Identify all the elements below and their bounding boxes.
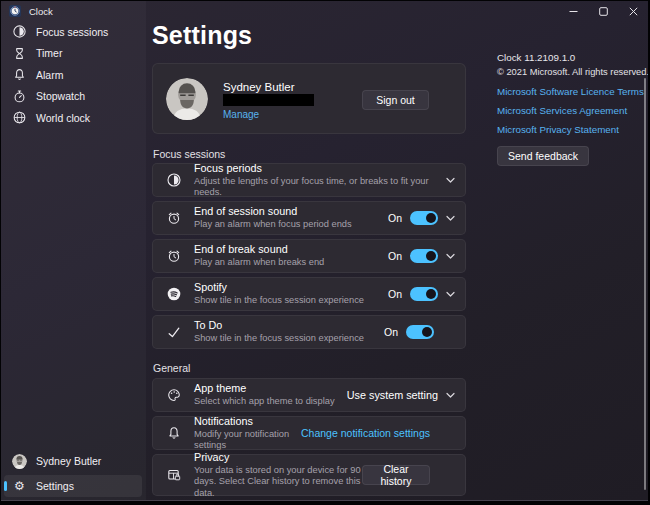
clear-history-button[interactable]: Clear history — [362, 465, 430, 485]
services-agreement-link[interactable]: Microsoft Services Agreement — [497, 105, 647, 117]
sidebar-item-label: Timer — [36, 47, 62, 59]
section-header-general: General — [153, 362, 190, 374]
app-theme-select-value[interactable]: Use system setting — [347, 389, 438, 401]
licence-terms-link[interactable]: Microsoft Software Licence Terms — [497, 86, 647, 98]
change-notification-settings-link[interactable]: Change notification settings — [301, 427, 430, 439]
end-of-break-sound-toggle[interactable] — [410, 249, 438, 263]
page-title: Settings — [152, 21, 252, 50]
sidebar-item-label: Stopwatch — [36, 90, 85, 102]
toggle-knob — [426, 251, 436, 261]
focus-sessions-icon — [12, 24, 27, 39]
sidebar-item-label: Focus sessions — [36, 26, 108, 38]
maximize-button[interactable] — [588, 1, 618, 21]
chevron-down-icon[interactable] — [446, 392, 455, 399]
card-subtitle: Adjust the lengths of your focus time, o… — [194, 176, 446, 199]
window-body: Clock Focus sessions — [1, 1, 648, 501]
card-title: Notifications — [194, 415, 301, 428]
section-header-focus-sessions: Focus sessions — [153, 148, 225, 160]
gear-icon: ⚙ — [12, 479, 27, 494]
account-email-redacted — [223, 94, 314, 106]
chevron-down-icon[interactable] — [446, 177, 455, 184]
card-subtitle: Your data is stored on your device for 9… — [194, 465, 362, 500]
toggle-knob — [426, 213, 436, 223]
sidebar-item-label: Alarm — [36, 69, 63, 81]
card-title: End of session sound — [194, 205, 388, 218]
bell-icon — [166, 425, 182, 441]
sidebar-nav: Focus sessions Timer Alarm Stopwatch — [1, 21, 146, 129]
sidebar-item-label: World clock — [36, 112, 90, 124]
chevron-down-icon[interactable] — [446, 253, 455, 260]
todo-check-icon — [166, 324, 182, 340]
alarm-clock-icon — [166, 210, 182, 226]
card-subtitle: Select which app theme to display — [194, 396, 347, 408]
card-title: To Do — [194, 319, 384, 332]
timer-icon — [12, 46, 27, 61]
sidebar-footer: Sydney Butler ⚙ Settings — [4, 450, 142, 497]
end-of-break-sound-card[interactable]: End of break sound Play an alarm when br… — [152, 239, 466, 273]
card-subtitle: Show tile in the focus session experienc… — [194, 333, 384, 345]
alarm-bell-icon — [12, 67, 27, 82]
toggle-knob — [422, 327, 432, 337]
sidebar-item-account[interactable]: Sydney Butler — [4, 450, 142, 472]
avatar — [166, 78, 208, 120]
sidebar-item-label: Settings — [36, 480, 74, 492]
sign-out-button[interactable]: Sign out — [362, 90, 429, 110]
toggle-state-label: On — [388, 212, 402, 224]
privacy-statement-link[interactable]: Microsoft Privacy Statement — [497, 124, 647, 136]
end-of-session-sound-card[interactable]: End of session sound Play an alarm when … — [152, 201, 466, 235]
sidebar-item-settings[interactable]: ⚙ Settings — [4, 475, 142, 497]
account-card: Sydney Butler Manage Sign out — [152, 63, 466, 134]
about-panel: Clock 11.2109.1.0 © 2021 Microsoft. All … — [497, 51, 647, 166]
card-title: End of break sound — [194, 243, 388, 256]
sidebar-item-stopwatch[interactable]: Stopwatch — [1, 86, 146, 108]
sidebar-item-alarm[interactable]: Alarm — [1, 64, 146, 86]
caption-controls — [558, 1, 648, 21]
chevron-down-icon[interactable] — [446, 291, 455, 298]
sidebar-item-timer[interactable]: Timer — [1, 43, 146, 65]
app-theme-card[interactable]: App theme Select which app theme to disp… — [152, 378, 466, 412]
card-title: Focus periods — [194, 162, 446, 175]
toggle-state-label: On — [384, 326, 398, 338]
avatar-small — [12, 454, 27, 469]
toggle-knob — [426, 289, 436, 299]
focus-periods-icon — [166, 172, 182, 188]
close-button[interactable] — [618, 1, 648, 21]
alarm-clock-icon — [166, 248, 182, 264]
sidebar-item-focus-sessions[interactable]: Focus sessions — [1, 21, 146, 43]
chevron-down-icon[interactable] — [446, 215, 455, 222]
app-version: Clock 11.2109.1.0 — [497, 51, 647, 65]
focus-periods-card[interactable]: Focus periods Adjust the lengths of your… — [152, 163, 466, 197]
sidebar: Focus sessions Timer Alarm Stopwatch — [1, 1, 146, 500]
send-feedback-button[interactable]: Send feedback — [497, 146, 589, 166]
world-clock-icon — [12, 110, 27, 125]
todo-card[interactable]: To Do Show tile in the focus session exp… — [152, 315, 466, 349]
clock-app-window: Clock Focus sessions — [0, 0, 650, 505]
card-title: App theme — [194, 382, 347, 395]
toggle-state-label: On — [388, 250, 402, 262]
sidebar-user-name: Sydney Butler — [36, 455, 101, 467]
card-title: Privacy — [194, 451, 362, 464]
notifications-card[interactable]: Notifications Modify your notification s… — [152, 416, 466, 450]
card-title: Spotify — [194, 281, 388, 294]
spotify-card[interactable]: Spotify Show tile in the focus session e… — [152, 277, 466, 311]
card-subtitle: Modify your notification settings — [194, 429, 301, 452]
toggle-state-label: On — [388, 288, 402, 300]
card-subtitle: Play an alarm when focus period ends — [194, 219, 388, 231]
selected-indicator — [4, 481, 7, 491]
spotify-toggle[interactable] — [410, 287, 438, 301]
account-name: Sydney Butler — [223, 81, 295, 93]
copyright-text: © 2021 Microsoft. All rights reserved. — [497, 65, 647, 79]
palette-icon — [166, 387, 182, 403]
sidebar-item-world-clock[interactable]: World clock — [1, 107, 146, 129]
card-subtitle: Play an alarm when breaks end — [194, 257, 388, 269]
manage-link[interactable]: Manage — [223, 109, 259, 120]
todo-toggle[interactable] — [406, 325, 434, 339]
vertical-scrollbar[interactable] — [644, 78, 646, 490]
privacy-card[interactable]: Privacy Your data is stored on your devi… — [152, 454, 466, 496]
minimize-button[interactable] — [558, 1, 588, 21]
card-subtitle: Show tile in the focus session experienc… — [194, 295, 388, 307]
spotify-icon — [166, 286, 182, 302]
privacy-lock-icon — [166, 467, 182, 483]
end-of-session-sound-toggle[interactable] — [410, 211, 438, 225]
stopwatch-icon — [12, 89, 27, 104]
